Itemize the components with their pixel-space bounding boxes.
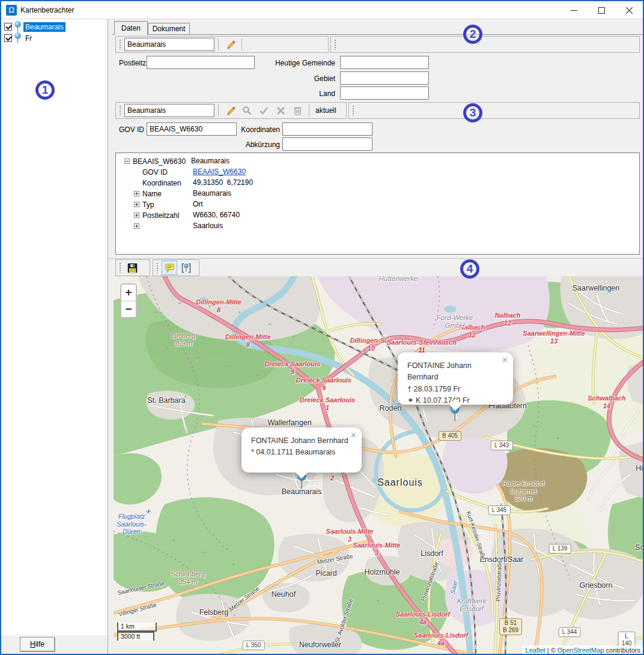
town-label: Schwalbach [635, 543, 644, 552]
search-entry-button[interactable] [239, 103, 255, 118]
popup-close-icon[interactable]: × [351, 430, 356, 440]
koordinaten-label: Koordinaten [240, 125, 280, 134]
expand-icon[interactable] [134, 223, 139, 229]
motorway-exit-label: Saarlouis-Steinrausch11 [387, 339, 457, 354]
help-button[interactable]: Hilfe [20, 637, 55, 651]
motorway-exit-label: Schwalbach14 [588, 394, 626, 409]
save-button[interactable] [124, 261, 140, 275]
trash-icon [293, 106, 302, 115]
toolbar-grip[interactable] [119, 262, 122, 273]
land-label: Land [270, 89, 335, 98]
pencil-icon [225, 106, 235, 116]
peak-label: Schloßberg354 m [171, 570, 205, 585]
confirm-button[interactable] [256, 103, 272, 118]
annotation-circle-2: 2 [463, 25, 482, 44]
town-label: Holzmühle [364, 568, 399, 576]
tree-row[interactable]: Saarlouis [116, 220, 639, 231]
land-input[interactable] [340, 86, 429, 100]
collapse-icon[interactable] [124, 158, 130, 164]
layer-item[interactable]: Fr [2, 32, 106, 44]
gemeinde-input[interactable] [340, 56, 429, 69]
maximize-icon [598, 7, 605, 14]
app-icon: Ω [6, 5, 17, 16]
tab-daten[interactable]: Daten [114, 21, 148, 35]
toolbar-grip[interactable] [119, 105, 122, 116]
gebiet-input[interactable] [340, 71, 429, 85]
industry-label: KraftwerkEnsdorf [457, 597, 487, 613]
gov-name-input[interactable] [124, 104, 214, 117]
road-ref-badge: L 350 [243, 641, 265, 650]
popup-toggle-button[interactable] [162, 261, 177, 275]
town-label: Roden [380, 404, 402, 412]
map-options-toolbar [153, 259, 199, 276]
tree-row[interactable]: NameBeaumarais [116, 188, 639, 199]
tree-row[interactable]: Koordinaten49,31350 6,72190 [116, 177, 639, 188]
annotation-circle-3: 3 [463, 103, 482, 122]
edit-entry-button[interactable] [222, 103, 238, 118]
delete-button[interactable] [290, 103, 305, 118]
industry-label: Ford-WerkeGmbH [437, 314, 473, 330]
zoom-out-button[interactable]: − [121, 301, 136, 317]
road-ref-badge: B 51B 269 [499, 618, 522, 635]
motorway-exit-label: Saarlouis-Lisdorf4a [396, 611, 450, 626]
leaflet-link[interactable]: Leaflet [526, 647, 545, 654]
edit-name-button[interactable] [222, 37, 238, 52]
toolbar-separator [309, 104, 309, 116]
koordinaten-input[interactable] [282, 122, 372, 136]
close-button[interactable] [615, 1, 643, 19]
tree-row[interactable]: BEAAIS_W6630Beaumarais [116, 155, 639, 166]
tree-row[interactable]: PostleitzahlW6630, 66740 [116, 210, 639, 220]
popup-text-line: * 04.01.1711 Beaumarais [251, 447, 348, 458]
town-label: Saarwellingen [573, 284, 620, 292]
toolbar-grip[interactable] [334, 39, 337, 50]
road-ref-badge: L 345 [488, 506, 511, 515]
expand-icon[interactable] [134, 213, 139, 218]
layer-label[interactable]: Beaumarais [23, 22, 65, 32]
toolbar-separator [218, 38, 219, 50]
annotation-circle-1: 1 [35, 80, 55, 100]
gemeinde-label: Heutige Gemeinde [270, 58, 335, 68]
expand-icon[interactable] [134, 191, 139, 196]
tree-node-label: Postleitzahl [142, 210, 193, 221]
marker-toggle-button[interactable] [178, 261, 194, 275]
tree-row[interactable]: TypOrt [116, 199, 639, 210]
empty-toolbar-secondary [348, 102, 640, 119]
popup-text-line: FONTAINE Johann Bernhard [407, 360, 500, 384]
peak-label: Halde-EnsdorfDuhamel320 m [502, 480, 544, 503]
popup-close-icon[interactable]: × [502, 355, 508, 365]
postleitzahl-input[interactable] [147, 56, 255, 69]
tree-row[interactable]: GOV IDBEAAIS_W6630 [116, 166, 639, 177]
layer-checkbox[interactable] [4, 34, 12, 42]
motorway-exit-label: Dreieck Saarlouis9 [265, 360, 320, 375]
map-canvas[interactable]: SaarwellingenSt. BarbaraWallerfangenRode… [114, 276, 644, 655]
layer-item[interactable]: Beaumarais [2, 21, 106, 32]
speech-bubble-icon [165, 263, 175, 273]
motorway-exit-label: Saarlouis-Mitte3 [353, 542, 401, 557]
gov-id-link[interactable]: BEAAIS_W6630 [193, 168, 246, 176]
osm-link[interactable]: OpenStreetMap [557, 647, 604, 654]
toolbar-separator [242, 38, 242, 50]
minimize-button[interactable] [560, 1, 588, 19]
tab-dokument[interactable]: Dokument [148, 23, 190, 35]
road-ref-badge: L 344 [559, 627, 581, 637]
layer-label[interactable]: Fr [23, 34, 34, 43]
toolbar-grip[interactable] [352, 105, 355, 116]
layer-checkbox[interactable] [4, 23, 12, 31]
statusbar-left: Hilfe [1, 635, 108, 654]
map-pin-icon [14, 32, 22, 44]
place-name-input[interactable] [124, 38, 214, 51]
tree-node-value: W6630, 66740 [193, 211, 240, 219]
maximize-button[interactable] [588, 1, 615, 19]
cancel-button[interactable] [273, 103, 288, 118]
empty-toolbar-primary [330, 36, 640, 53]
gov-id-input[interactable] [147, 122, 237, 136]
abkuerzung-input[interactable] [282, 137, 372, 151]
expand-icon[interactable] [134, 202, 139, 207]
toolbar-grip[interactable] [119, 39, 122, 50]
tree-node-value: Ort [193, 200, 203, 208]
abkuerzung-label: Abkürzung [240, 140, 280, 149]
gov-id-label: GOV ID [113, 125, 144, 134]
toolbar-grip[interactable] [156, 262, 159, 273]
zoom-in-button[interactable]: + [121, 285, 136, 301]
attribution-separator: | [547, 647, 549, 654]
